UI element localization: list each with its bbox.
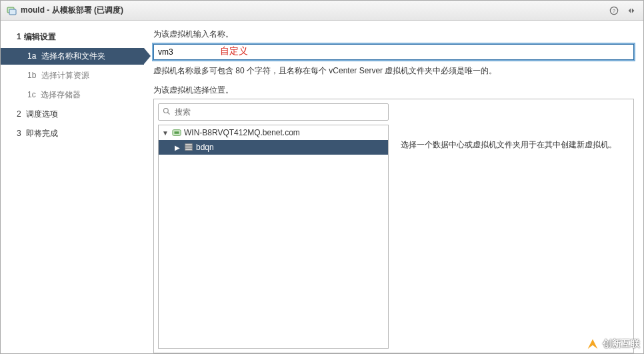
svg-rect-8 [185,144,193,146]
titlebar: mould - 从模板部署 (已调度) ? [1,1,643,21]
step-select-compute[interactable]: 1b 选择计算资源 [1,67,144,84]
dialog-title: mould - 从模板部署 (已调度) [21,5,123,16]
expand-icon[interactable] [625,4,638,17]
svg-rect-1 [9,9,16,15]
step-select-name-folder[interactable]: 1a 选择名称和文件夹 [1,48,144,65]
vm-name-label: 为该虚拟机输入名称。 [153,29,634,40]
main-panel: 为该虚拟机输入名称。 自定义 虚拟机名称最多可包含 80 个字符，且名称在每个 … [144,21,643,353]
step-ready-complete[interactable]: 3 即将完成 [1,125,144,142]
tree-node-label: bdqn [196,143,214,152]
watermark: 创新互联 [585,337,640,351]
tree-node-vcenter[interactable]: ▼ WIN-B8RVQT412MQ.benet.com [159,125,388,140]
svg-rect-9 [185,146,193,148]
svg-point-4 [164,108,169,113]
svg-marker-11 [588,339,598,349]
help-icon[interactable]: ? [607,4,621,17]
vm-name-hint: 虚拟机名称最多可包含 80 个字符，且名称在每个 vCenter Server … [153,65,634,77]
location-hint-panel: 选择一个数据中心或虚拟机文件夹用于在其中创建新虚拟机。 [393,99,634,353]
search-box[interactable] [158,103,389,121]
svg-text:?: ? [613,7,616,13]
vm-name-input[interactable] [153,44,634,60]
dialog-window: mould - 从模板部署 (已调度) ? 1编辑设置 1a 选择名称和文件夹 … [0,0,644,354]
location-tree[interactable]: ▼ WIN-B8RVQT412MQ.benet.com ▶ [158,125,389,349]
tree-node-label: WIN-B8RVQT412MQ.benet.com [184,128,300,137]
svg-rect-10 [185,149,193,151]
content-area: 1编辑设置 1a 选择名称和文件夹 1b 选择计算资源 1c 选择存储器 2 调… [1,21,643,353]
step-select-storage[interactable]: 1c 选择存储器 [1,87,144,103]
location-hint-text: 选择一个数据中心或虚拟机文件夹用于在其中创建新虚拟机。 [401,140,617,149]
vcenter-icon [172,128,181,137]
step-edit-settings[interactable]: 1编辑设置 [1,29,144,45]
watermark-icon [585,337,600,351]
chevron-down-icon[interactable]: ▼ [161,129,169,137]
vm-name-input-wrap: 自定义 [153,44,634,60]
app-icon [6,5,17,16]
wizard-steps-sidebar: 1编辑设置 1a 选择名称和文件夹 1b 选择计算资源 1c 选择存储器 2 调… [1,21,144,353]
datacenter-icon [184,143,193,152]
tree-node-datacenter[interactable]: ▶ bdqn [159,140,388,155]
search-icon [163,107,171,117]
svg-rect-7 [175,131,179,134]
svg-line-5 [168,112,170,114]
location-label: 为该虚拟机选择位置。 [153,85,634,96]
chevron-right-icon[interactable]: ▶ [173,144,181,151]
search-input[interactable] [175,107,384,117]
watermark-text: 创新互联 [603,338,640,350]
location-tree-panel: ▼ WIN-B8RVQT412MQ.benet.com ▶ [153,99,393,353]
step-schedule-options[interactable]: 2 调度选项 [1,106,144,123]
